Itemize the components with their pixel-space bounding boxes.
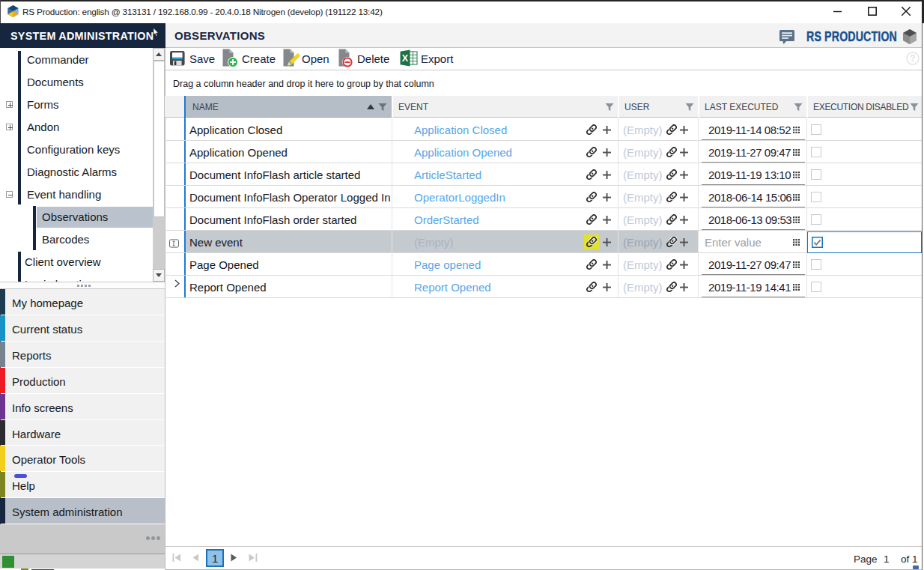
- svg-text:?: ?: [910, 53, 915, 64]
- svg-text:X: X: [402, 53, 409, 64]
